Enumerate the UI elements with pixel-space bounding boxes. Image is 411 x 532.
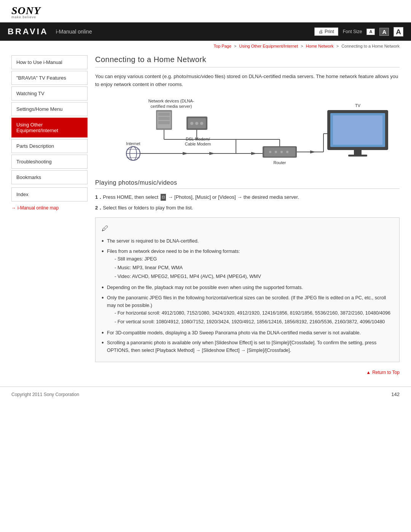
intro-text: You can enjoy various content (e.g. phot… — [95, 73, 400, 89]
sidebar-item-bravia-features[interactable]: "BRAVIA" TV Features — [11, 71, 88, 85]
return-arrow-icon: ▲ — [366, 370, 371, 375]
network-diagram: Network devices (DLNA- certified media s… — [103, 96, 400, 172]
sidebar-item-troubleshooting[interactable]: Troubleshooting — [11, 155, 88, 169]
svg-rect-44 — [354, 150, 362, 155]
steps-list: 1． Press HOME, then select ⊡ → [Photos],… — [95, 193, 400, 212]
footer: Copyright 2011 Sony Corporation 142 — [0, 387, 411, 402]
note-4: • Only the panoramic JPEG files in the f… — [102, 294, 393, 327]
note-2: • Files from a network device need to be… — [102, 248, 393, 281]
svg-text:Network devices (DLNA-: Network devices (DLNA- — [148, 99, 194, 103]
svg-rect-45 — [348, 155, 367, 157]
bc-sep2: > — [301, 44, 303, 48]
svg-point-31 — [280, 151, 283, 153]
bc-sep3: > — [336, 44, 339, 48]
section2-title: Playing photos/music/videos — [95, 179, 400, 189]
sidebar-item-settings[interactable]: Settings/Home Menu — [11, 102, 88, 116]
svg-marker-24 — [183, 152, 188, 155]
svg-rect-6 — [158, 121, 170, 124]
main-layout: How to Use i-Manual "BRAVIA" TV Features… — [0, 51, 411, 383]
nav-bar-right: 🖨 Print Font Size A A A — [314, 27, 403, 37]
font-large-button[interactable]: A — [393, 27, 403, 37]
sidebar-item-parts[interactable]: Parts Description — [11, 139, 88, 153]
content-area: Connecting to a Home Network You can enj… — [95, 55, 400, 379]
bravia-logo: BRAVIA — [8, 27, 48, 37]
breadcrumb-item1[interactable]: Using Other Equipment/Internet — [239, 44, 298, 48]
svg-point-30 — [275, 151, 277, 153]
sony-logo: SONY — [11, 5, 41, 16]
map-arrow-icon: → — [11, 205, 16, 211]
sony-logo-block: SONY make.believe — [11, 5, 41, 19]
svg-marker-39 — [310, 150, 316, 153]
breadcrumb-top[interactable]: Top Page — [214, 44, 231, 48]
breadcrumb: Top Page > Using Other Equipment/Interne… — [0, 41, 411, 51]
step-2-text: Select files or folders to play from the… — [103, 204, 193, 212]
svg-point-32 — [286, 151, 288, 153]
svg-rect-5 — [158, 117, 170, 120]
page-title: Connecting to a Home Network — [95, 55, 400, 67]
bc-sep1: > — [234, 44, 236, 48]
step-2-num: 2． — [95, 204, 103, 212]
print-button[interactable]: 🖨 Print — [314, 27, 338, 36]
note-6: • Scrolling a panoramic photo is availab… — [102, 339, 393, 354]
note-1: • The server is required to be DLNA-cert… — [102, 237, 393, 245]
font-small-button[interactable]: A — [366, 29, 375, 35]
step-1-num: 1． — [95, 193, 103, 201]
map-link-label: i-Manual online map — [18, 205, 59, 211]
printer-icon: 🖨 — [319, 29, 323, 34]
svg-rect-43 — [333, 115, 382, 145]
svg-point-14 — [195, 122, 198, 125]
svg-point-29 — [269, 151, 271, 153]
home-icon: ⊡ — [161, 194, 166, 201]
sidebar: How to Use i-Manual "BRAVIA" TV Features… — [11, 55, 88, 379]
font-medium-button[interactable]: A — [379, 28, 389, 36]
svg-rect-28 — [264, 147, 295, 157]
step-1-text: Press HOME, then select ⊡ → [Photos], [M… — [103, 193, 299, 201]
svg-text:DSL Modem/: DSL Modem/ — [186, 137, 210, 141]
nav-bar: BRAVIA i-Manual online 🖨 Print Font Size… — [0, 22, 411, 41]
diagram-svg: Network devices (DLNA- certified media s… — [103, 96, 400, 172]
return-top-label: Return to Top — [372, 370, 400, 375]
breadcrumb-item3: Connecting to a Home Network — [341, 44, 400, 48]
header: SONY make.believe — [0, 0, 411, 22]
svg-marker-25 — [209, 152, 215, 155]
sidebar-item-bookmarks[interactable]: Bookmarks — [11, 170, 88, 184]
svg-text:Cable Modem: Cable Modem — [185, 142, 211, 146]
page-number: 142 — [391, 391, 400, 397]
font-size-label: Font Size — [343, 29, 362, 34]
svg-point-13 — [190, 122, 193, 125]
note-box: 🖊 • The server is required to be DLNA-ce… — [95, 217, 400, 362]
nav-bar-left: BRAVIA i-Manual online — [8, 27, 92, 37]
breadcrumb-item2[interactable]: Home Network — [306, 44, 334, 48]
step-2: 2． Select files or folders to play from … — [95, 204, 400, 212]
sidebar-item-using-other[interactable]: Using Other Equipment/Internet — [11, 118, 88, 137]
svg-rect-4 — [158, 113, 170, 116]
sidebar-item-how-to-use[interactable]: How to Use i-Manual — [11, 55, 88, 69]
step-1: 1． Press HOME, then select ⊡ → [Photos],… — [95, 193, 400, 201]
svg-text:Router: Router — [273, 160, 286, 165]
note-3: • Depending on the file, playback may no… — [102, 284, 393, 292]
svg-point-15 — [200, 122, 203, 125]
note-icon: 🖊 — [102, 223, 393, 234]
sidebar-item-watching[interactable]: Watching TV — [11, 86, 88, 101]
svg-marker-37 — [251, 152, 257, 155]
return-to-top[interactable]: ▲ Return to Top — [95, 370, 400, 375]
svg-text:certified media server): certified media server) — [151, 104, 192, 109]
note-5: • For 3D-compatible models, displaying a… — [102, 329, 393, 337]
sidebar-item-index[interactable]: Index — [11, 187, 88, 201]
svg-text:TV: TV — [355, 103, 361, 108]
copyright-text: Copyright 2011 Sony Corporation — [11, 392, 79, 397]
nav-title: i-Manual online — [56, 29, 92, 35]
svg-text:Internet: Internet — [126, 141, 140, 146]
sidebar-map-link[interactable]: → i-Manual online map — [11, 205, 88, 211]
